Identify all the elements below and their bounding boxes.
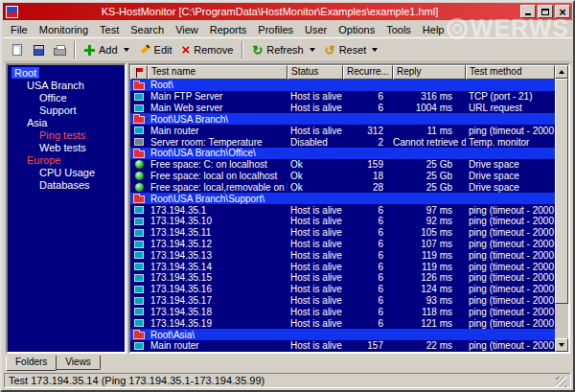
tree-item-cpu-usage[interactable]: CPU Usage (8, 167, 125, 179)
cell-test-method: ping (timeout - 2000 (466, 250, 555, 261)
scrollbar-thumb[interactable] (555, 79, 568, 304)
remove-button-label: Remove (194, 44, 233, 56)
new-button[interactable] (7, 40, 28, 59)
test-row[interactable]: 173.194.35.13Host is alive6119 msping (t… (130, 249, 555, 261)
test-row[interactable]: 173.194.35.10Host is alive692 msping (ti… (130, 216, 555, 227)
test-row[interactable]: 173.194.35.19Host is alive6121 msping (t… (130, 317, 555, 329)
row-icon-cell (130, 138, 148, 146)
vertical-scrollbar[interactable] (555, 65, 568, 352)
tree-item-ping-tests[interactable]: Ping tests (8, 129, 125, 142)
test-row[interactable]: Server room: TemperatureDisabled2Cannot … (130, 136, 555, 148)
menu-view[interactable]: View (170, 23, 204, 36)
test-row[interactable]: Free space: C: on localhostOk15925 GbDri… (130, 159, 555, 171)
tree-item-usa-branch[interactable]: USA Branch (8, 80, 125, 92)
test-row[interactable]: 173.194.35.1Host is alive697 msping (tim… (130, 204, 555, 216)
toolbar: Add Edit Remove Refresh Reset (3, 37, 572, 62)
print-button[interactable] (49, 40, 70, 59)
edit-button[interactable]: Edit (134, 40, 177, 59)
menu-test[interactable]: Test (94, 23, 125, 36)
cell-test-name: Free space: C: on localhost (148, 159, 288, 170)
edit-pencil-icon (139, 44, 150, 56)
tree-item-europe[interactable]: Europe (8, 154, 125, 167)
menu-file[interactable]: File (5, 23, 34, 36)
tree-item-label: Ping tests (36, 129, 88, 141)
folder-row[interactable]: Root\ (130, 80, 555, 91)
folder-icon (133, 116, 145, 124)
add-dropdown-icon[interactable] (124, 48, 129, 52)
title-bar[interactable]: KS-HostMonitor [C:\ProgramData\HostMonit… (3, 3, 572, 20)
test-row[interactable]: Main routerHost is alive15722 msping (ti… (130, 340, 555, 352)
test-row[interactable]: Free space: local,removable on loc...Ok2… (130, 181, 555, 193)
test-row[interactable]: 173.194.35.18Host is alive6118 msping (t… (130, 307, 555, 318)
column-header-test-method[interactable]: Test method (466, 65, 555, 80)
column-header-reply[interactable]: Reply (393, 65, 466, 80)
cell-reply: 118 ms (393, 307, 466, 317)
remove-button[interactable]: Remove (177, 40, 239, 59)
cell-status: Host is alive (288, 307, 343, 317)
tree-item-office[interactable]: Office (8, 92, 125, 104)
reset-icon (325, 44, 335, 57)
test-row[interactable]: 173.194.35.14Host is alive6119 msping (t… (130, 261, 555, 272)
menu-profiles[interactable]: Profiles (252, 23, 299, 36)
minimize-button[interactable] (520, 5, 536, 18)
resize-grip[interactable] (556, 377, 566, 387)
refresh-dropdown-icon[interactable] (310, 48, 315, 52)
test-row[interactable]: 173.194.35.15Host is alive6126 msping (t… (130, 272, 555, 284)
scroll-down-icon[interactable] (555, 338, 568, 352)
folder-row[interactable]: Root\USA Branch\Support\ (130, 193, 555, 204)
row-icon-cell (130, 218, 148, 225)
cell-reply: 121 ms (393, 318, 466, 329)
column-header-status[interactable]: Status (288, 65, 343, 80)
menu-monitoring[interactable]: Monitoring (34, 23, 94, 36)
monitor-icon (134, 297, 144, 305)
save-button[interactable] (28, 40, 49, 59)
menu-tools[interactable]: Tools (380, 23, 417, 36)
save-icon (34, 45, 44, 56)
add-button[interactable]: Add (80, 40, 134, 59)
tab-folders[interactable]: Folders (6, 356, 57, 371)
cell-status: Host is alive (288, 205, 343, 216)
menu-user[interactable]: User (299, 23, 333, 36)
cell-test-name: Root\USA Branch\ (148, 114, 288, 125)
column-header-recurrences[interactable]: Recurre... (343, 65, 393, 80)
test-row[interactable]: Main Web serverHost is alive61004 msURL … (130, 103, 555, 114)
maximize-button[interactable] (538, 5, 553, 18)
menu-help[interactable]: Help (417, 23, 450, 36)
temp-icon (134, 138, 144, 146)
tree-item-asia[interactable]: Asia (8, 117, 125, 129)
menu-options[interactable]: Options (333, 23, 380, 36)
close-icon (559, 3, 566, 20)
close-button[interactable] (555, 5, 570, 18)
tab-views[interactable]: Views (56, 356, 101, 370)
tree-item-root[interactable]: Root (8, 67, 125, 80)
tree-item-label: Web tests (36, 142, 89, 153)
folder-row[interactable]: Root\Asia\ (130, 329, 555, 340)
test-row[interactable]: 173.194.35.17Host is alive693 msping (ti… (130, 295, 555, 307)
test-row[interactable]: 173.194.35.11Host is alive6105 msping (t… (130, 227, 555, 239)
test-row[interactable]: Main routerHost is alive31211 msping (ti… (130, 125, 555, 136)
tree-item-label: Databases (36, 179, 93, 191)
folder-row[interactable]: Root\USA Branch\ (130, 113, 555, 125)
test-row[interactable]: 173.194.35.16Host is alive6124 msping (t… (130, 284, 555, 295)
folder-row[interactable]: Root\USA Branch\Office\ (130, 148, 555, 159)
test-row[interactable]: Free space: local on localhostOk1825 GbD… (130, 171, 555, 182)
reset-dropdown-icon[interactable] (372, 48, 378, 52)
cell-status: Host is alive (288, 295, 343, 306)
tree-item-support[interactable]: Support (8, 104, 125, 117)
column-header-test-name[interactable]: Test name (148, 65, 288, 80)
cell-recurrences: 6 (343, 318, 393, 329)
tree-item-databases[interactable]: Databases (8, 179, 125, 192)
column-header-flag[interactable] (130, 65, 148, 80)
monitor-icon (134, 263, 144, 270)
reset-button[interactable]: Reset (320, 40, 383, 59)
cell-test-method: ping (timeout - 2000 (466, 295, 555, 306)
menu-search[interactable]: Search (125, 23, 170, 36)
menu-reports[interactable]: Reports (204, 23, 253, 36)
scroll-up-icon[interactable] (555, 65, 568, 79)
refresh-button[interactable]: Refresh (247, 40, 319, 59)
test-row[interactable]: Main FTP ServerHost is alive6316 msTCP (… (130, 91, 555, 103)
tree-item-web-tests[interactable]: Web tests (8, 142, 125, 154)
toolbar-separator (74, 41, 76, 58)
test-row[interactable]: 173.194.35.12Host is alive6107 msping (t… (130, 239, 555, 250)
row-icon-cell (130, 160, 148, 169)
